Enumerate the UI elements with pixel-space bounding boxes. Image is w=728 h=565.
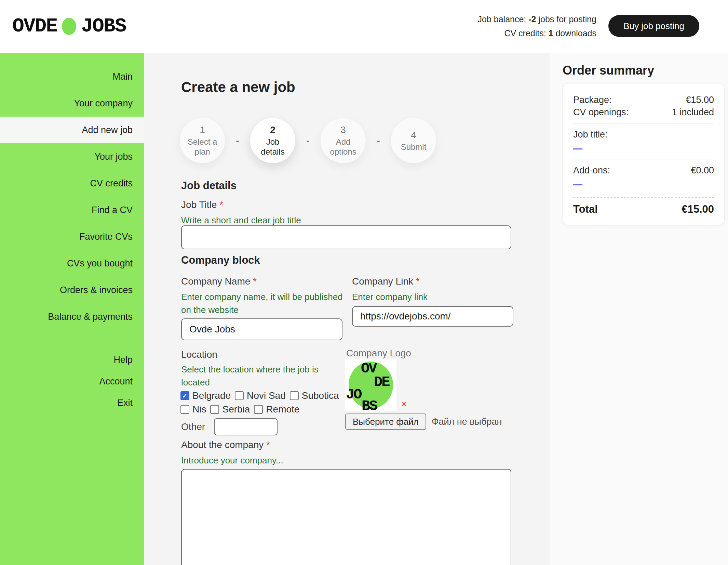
choose-file-button[interactable]: Выберите файл bbox=[345, 413, 426, 430]
job-title-input[interactable] bbox=[181, 225, 511, 249]
location-checkbox-group: Belgrade Novi Sad Subotica Nis Serbia Re… bbox=[180, 390, 351, 415]
job-balance-value: -2 bbox=[528, 14, 536, 24]
sidebar-item-main[interactable]: Main bbox=[0, 63, 144, 90]
cv-openings-value: 1 included bbox=[672, 106, 714, 118]
company-block-heading: Company block bbox=[181, 254, 260, 266]
about-company-textarea[interactable] bbox=[181, 469, 511, 565]
cv-openings-label: CV openings: bbox=[573, 106, 629, 118]
checkbox-box[interactable] bbox=[235, 391, 244, 400]
sidebar-item-your-company[interactable]: Your company bbox=[0, 90, 144, 117]
checkbox-nis[interactable]: Nis bbox=[180, 404, 206, 415]
logo-dot-icon bbox=[62, 18, 76, 35]
file-status-text: Файл не выбран bbox=[432, 417, 502, 427]
order-summary-card: Package: €15.00 CV openings: 1 included … bbox=[563, 83, 725, 225]
cv-credits-value: 1 bbox=[549, 28, 553, 38]
checkbox-box[interactable] bbox=[210, 405, 219, 414]
sidebar-item-favorite-cvs[interactable]: Favorite CVs bbox=[0, 223, 144, 250]
company-link-label: Company Link * bbox=[352, 276, 420, 287]
checkbox-remote[interactable]: Remote bbox=[254, 404, 299, 415]
step-add-options[interactable]: 3 Add options bbox=[321, 118, 366, 163]
about-company-hint: Introduce your company... bbox=[181, 454, 283, 467]
step-submit[interactable]: 4 Submit bbox=[391, 118, 436, 163]
step-separator: - bbox=[225, 135, 250, 146]
account-balances: Job balance: -2 jobs for posting CV cred… bbox=[478, 12, 596, 40]
company-link-hint: Enter company link bbox=[352, 290, 516, 303]
cv-openings-row: CV openings: 1 included bbox=[573, 106, 714, 118]
company-name-field: Company Name * Enter company name, it wi… bbox=[181, 276, 342, 344]
other-location-input[interactable] bbox=[214, 418, 278, 435]
job-title-summary-row: Job title: bbox=[573, 128, 714, 141]
job-details-heading: Job details bbox=[181, 180, 237, 192]
addons-row: Add-ons: €0.00 bbox=[573, 164, 714, 176]
checkbox-novi-sad[interactable]: Novi Sad bbox=[235, 390, 286, 401]
sidebar-item-your-jobs[interactable]: Your jobs bbox=[0, 143, 144, 170]
cv-credits-line: CV credits: 1 downloads bbox=[478, 26, 596, 40]
sidebar-bottom-group: Help Account Exit bbox=[0, 349, 144, 414]
divider bbox=[573, 159, 714, 159]
buy-job-posting-button[interactable]: Buy job posting bbox=[608, 15, 699, 37]
step-label: Select a plan bbox=[185, 137, 220, 157]
checkbox-box[interactable] bbox=[180, 391, 189, 400]
checkbox-box[interactable] bbox=[180, 405, 189, 414]
step-number: 1 bbox=[200, 124, 205, 135]
company-logo-label: Company Logo bbox=[346, 348, 411, 359]
sidebar-item-add-new-job[interactable]: Add new job bbox=[0, 117, 144, 143]
checkbox-label: Subotica bbox=[302, 390, 339, 401]
required-asterisk: * bbox=[416, 276, 420, 287]
about-company-label: About the company * bbox=[181, 439, 270, 450]
step-label: Job details bbox=[255, 137, 291, 157]
total-value: €15.00 bbox=[682, 203, 714, 215]
required-asterisk: * bbox=[266, 439, 270, 450]
job-title-hint: Write a short and clear job title bbox=[181, 214, 301, 227]
company-name-input[interactable] bbox=[181, 318, 342, 340]
stepper: 1 Select a plan - 2 Job details - 3 Add … bbox=[180, 118, 436, 163]
company-name-label: Company Name * bbox=[181, 276, 257, 287]
required-asterisk: * bbox=[219, 199, 223, 210]
summary-job-title-value[interactable]: — bbox=[573, 143, 582, 154]
sidebar-item-find-a-cv[interactable]: Find a CV bbox=[0, 197, 144, 223]
sidebar-item-cv-credits[interactable]: CV credits bbox=[0, 170, 144, 197]
checkbox-subotica[interactable]: Subotica bbox=[290, 390, 339, 401]
sidebar-item-exit[interactable]: Exit bbox=[0, 392, 144, 414]
other-location-row: Other bbox=[181, 418, 278, 435]
checkbox-label: Nis bbox=[192, 404, 206, 415]
sidebar-item-help[interactable]: Help bbox=[0, 349, 144, 371]
sidebar-item-account[interactable]: Account bbox=[0, 371, 144, 392]
checkbox-belgrade[interactable]: Belgrade bbox=[180, 390, 231, 401]
logo-letters: BS bbox=[362, 399, 377, 413]
step-separator: - bbox=[295, 135, 321, 146]
sidebar-item-balance-payments[interactable]: Balance & payments bbox=[0, 303, 144, 330]
company-name-hint: Enter company name, it will be published… bbox=[181, 290, 345, 316]
step-number: 4 bbox=[411, 130, 416, 141]
step-job-details[interactable]: 2 Job details bbox=[250, 118, 295, 163]
main-content: Create a new job 1 Select a plan - 2 Job… bbox=[144, 53, 550, 565]
step-select-a-plan[interactable]: 1 Select a plan bbox=[180, 118, 225, 163]
checkbox-box[interactable] bbox=[290, 391, 299, 400]
checkbox-serbia[interactable]: Serbia bbox=[210, 404, 250, 415]
sidebar-main-group: Main Your company Add new job Your jobs … bbox=[0, 53, 144, 330]
other-location-label: Other bbox=[181, 421, 205, 432]
remove-logo-icon[interactable]: × bbox=[401, 398, 407, 409]
package-value: €15.00 bbox=[686, 94, 714, 106]
addons-value: €0.00 bbox=[691, 164, 714, 176]
logo-file-upload: Выберите файл Файл не выбран bbox=[345, 413, 502, 430]
cv-credits-suffix: downloads bbox=[555, 28, 596, 38]
job-balance-line: Job balance: -2 jobs for posting bbox=[478, 12, 596, 26]
sidebar-item-orders-invoices[interactable]: Orders & invoices bbox=[0, 277, 144, 303]
company-link-field: Company Link * Enter company link bbox=[352, 276, 513, 344]
package-row: Package: €15.00 bbox=[573, 94, 714, 106]
checkbox-label: Serbia bbox=[222, 404, 250, 415]
divider bbox=[573, 123, 714, 123]
company-link-input[interactable] bbox=[352, 306, 513, 327]
checkbox-box[interactable] bbox=[254, 405, 263, 414]
sidebar-item-cvs-you-bought[interactable]: CVs you bought bbox=[0, 250, 144, 277]
brand-logo: OVDE JOBS bbox=[12, 15, 126, 37]
logo-letters: DE bbox=[374, 375, 389, 390]
package-label: Package: bbox=[573, 94, 612, 106]
job-title-label: Job Title * bbox=[181, 199, 223, 210]
location-hint: Select the location where the job is loc… bbox=[181, 363, 325, 389]
addons-link[interactable]: — bbox=[573, 179, 582, 190]
logo-word-1: OVDE bbox=[12, 15, 57, 37]
checkbox-label: Novi Sad bbox=[247, 390, 286, 401]
step-number: 2 bbox=[270, 124, 275, 135]
